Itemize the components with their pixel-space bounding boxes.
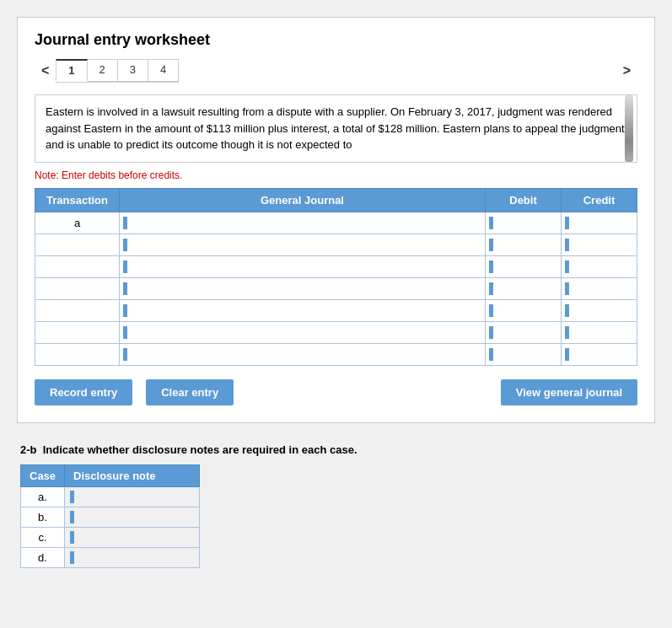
table-row: [35, 233, 637, 255]
transaction-cell: [35, 299, 120, 321]
debit-cell[interactable]: [486, 321, 562, 343]
debit-cell[interactable]: [486, 343, 562, 365]
credit-input-2[interactable]: [569, 260, 633, 273]
note-cell-d[interactable]: [65, 547, 200, 567]
journal-cell[interactable]: [120, 233, 486, 255]
table-row: [35, 255, 637, 277]
transaction-cell: [35, 233, 120, 255]
journal-input-2[interactable]: [127, 260, 481, 273]
disclosure-row: d.: [21, 547, 200, 567]
tab-2[interactable]: 2: [88, 59, 118, 82]
debit-cell[interactable]: [486, 299, 562, 321]
note-input-d[interactable]: [74, 551, 194, 564]
debit-input-6[interactable]: [493, 348, 557, 361]
debit-cell[interactable]: [486, 255, 562, 277]
disclosure-row: b.: [21, 507, 200, 527]
col-header-transaction: Transaction: [35, 188, 120, 212]
case-cell-a: a.: [21, 486, 65, 507]
journal-table: Transaction General Journal Debit Credit…: [35, 188, 637, 366]
note-input-b[interactable]: [74, 511, 194, 523]
section-prefix: 2-b: [20, 443, 37, 456]
section-label: 2-b Indicate whether disclosure notes ar…: [20, 443, 652, 456]
credit-cell[interactable]: [562, 299, 637, 321]
journal-input-1[interactable]: [127, 239, 481, 251]
table-row: [35, 321, 637, 343]
page-container: Journal entry worksheet < 1 2 3 4 > East…: [17, 17, 655, 568]
table-row: a: [35, 212, 637, 233]
tabs-row: < 1 2 3 4 >: [35, 59, 637, 83]
section-text: Indicate whether disclosure notes are re…: [43, 443, 358, 456]
prev-tab-button[interactable]: <: [35, 60, 56, 82]
next-tab-button[interactable]: >: [616, 60, 637, 82]
disclosure-table: Case Disclosure note a. b.: [20, 464, 200, 568]
debit-input-4[interactable]: [493, 304, 557, 317]
journal-input-5[interactable]: [127, 326, 481, 339]
credit-cell[interactable]: [562, 255, 637, 277]
tab-1[interactable]: 1: [56, 59, 87, 82]
journal-input-0[interactable]: [127, 217, 481, 229]
description-text: Eastern is involved in a lawsuit resulti…: [46, 105, 625, 151]
note-text: Note: Enter debits before credits.: [35, 169, 637, 181]
bottom-section: 2-b Indicate whether disclosure notes ar…: [17, 443, 655, 568]
journal-cell[interactable]: [120, 343, 486, 365]
debit-input-0[interactable]: [493, 217, 557, 229]
worksheet-card: Journal entry worksheet < 1 2 3 4 > East…: [17, 17, 655, 423]
debit-cell[interactable]: [486, 233, 562, 255]
transaction-cell: [35, 343, 120, 365]
transaction-cell: [35, 255, 120, 277]
credit-input-0[interactable]: [569, 217, 633, 229]
credit-cell[interactable]: [562, 321, 637, 343]
view-general-journal-button[interactable]: View general journal: [501, 379, 637, 405]
disc-col-note: Disclosure note: [65, 464, 200, 486]
table-row: [35, 299, 637, 321]
case-cell-d: d.: [21, 547, 65, 567]
credit-cell[interactable]: [562, 343, 637, 365]
journal-input-3[interactable]: [127, 282, 481, 295]
note-cell-b[interactable]: [65, 507, 200, 527]
worksheet-title: Journal entry worksheet: [35, 31, 637, 49]
description-box: Eastern is involved in a lawsuit resulti…: [35, 94, 637, 163]
debit-cell[interactable]: [486, 277, 562, 299]
debit-input-2[interactable]: [493, 260, 557, 273]
debit-input-3[interactable]: [493, 282, 557, 295]
buttons-row: Record entry Clear entry View general jo…: [35, 379, 637, 405]
journal-cell[interactable]: [120, 299, 486, 321]
table-row: [35, 343, 637, 365]
note-input-c[interactable]: [74, 531, 194, 544]
record-entry-button[interactable]: Record entry: [35, 379, 132, 405]
credit-input-6[interactable]: [569, 348, 633, 361]
debit-cell[interactable]: [486, 212, 562, 233]
journal-cell[interactable]: [120, 321, 486, 343]
scroll-indicator[interactable]: [625, 95, 633, 162]
table-row: [35, 277, 637, 299]
credit-input-3[interactable]: [569, 282, 633, 295]
credit-cell[interactable]: [562, 277, 637, 299]
debit-input-5[interactable]: [493, 326, 557, 339]
journal-cell[interactable]: [120, 277, 486, 299]
clear-entry-button[interactable]: Clear entry: [146, 379, 234, 405]
note-cell-a[interactable]: [65, 486, 200, 507]
transaction-cell: a: [35, 212, 120, 233]
journal-cell[interactable]: [120, 255, 486, 277]
case-cell-c: c.: [21, 527, 65, 547]
col-header-credit: Credit: [562, 188, 637, 212]
credit-cell[interactable]: [562, 233, 637, 255]
note-input-a[interactable]: [74, 491, 194, 503]
case-cell-b: b.: [21, 507, 65, 527]
journal-input-4[interactable]: [127, 304, 481, 317]
disc-col-case: Case: [21, 464, 65, 486]
tabs-wrapper: 1 2 3 4: [56, 59, 179, 83]
journal-input-6[interactable]: [127, 348, 481, 361]
tab-3[interactable]: 3: [118, 59, 148, 82]
transaction-cell: [35, 277, 120, 299]
tab-4[interactable]: 4: [148, 59, 179, 82]
credit-input-1[interactable]: [569, 239, 633, 251]
col-header-debit: Debit: [486, 188, 562, 212]
transaction-cell: [35, 321, 120, 343]
credit-input-5[interactable]: [569, 326, 633, 339]
credit-input-4[interactable]: [569, 304, 633, 317]
debit-input-1[interactable]: [493, 239, 557, 251]
note-cell-c[interactable]: [65, 527, 200, 547]
journal-cell[interactable]: [120, 212, 486, 233]
credit-cell[interactable]: [562, 212, 637, 233]
